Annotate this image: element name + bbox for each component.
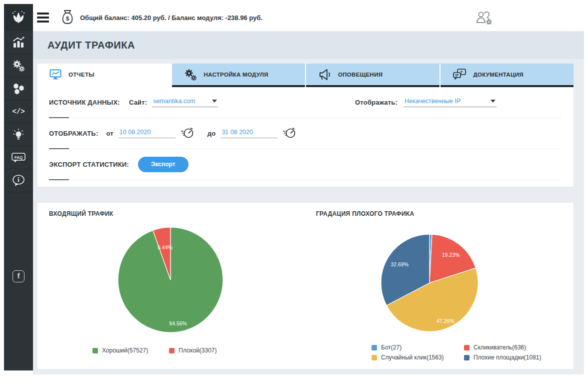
tab-label: ОПОВЕЩЕНИЯ (338, 72, 382, 78)
divider (49, 179, 562, 180)
bad-traffic-gradation-chart: ГРАДАЦИЯ ПЛОХОГО ТРАФИКА 0.82%19.23%47.2… (304, 203, 574, 370)
display-select[interactable]: Некачественные IP (404, 98, 496, 107)
sidebar: </> FAQ (4, 4, 33, 370)
traffic-audit-app: </> FAQ (0, 0, 588, 386)
page-header: АУДИТ ТРАФИКА (33, 31, 584, 59)
legend-item-Случайный клик[interactable]: Случайный клик(1563) (372, 354, 464, 361)
display-label: Отображать: (355, 99, 398, 106)
balance-info: $ Общий баланс: 405.20 руб. / Баланс мод… (60, 9, 262, 26)
legend-item-Бот[interactable]: Бот(27) (372, 344, 464, 351)
legend-swatch (372, 345, 377, 350)
chart-legend: Хороший(57527)Плохой(3307) (92, 347, 217, 354)
lightbulb-icon (12, 128, 25, 141)
legend-item-Хороший[interactable]: Хороший(57527) (92, 347, 148, 354)
legend-label: Хороший(57527) (102, 347, 148, 354)
doc-bubbles-icon: ? (452, 68, 466, 81)
pie-percent-label: 32.69% (390, 261, 408, 267)
chart-legend: Бот(27)Скликиватель(636)Случайный клик(1… (372, 344, 542, 361)
sidebar-item-faq[interactable]: FAQ (4, 146, 33, 169)
svg-text:$: $ (66, 16, 69, 22)
source-label: ИСТОЧНИК ДАННЫХ: (49, 99, 120, 106)
legend-item-Плохие площадки[interactable]: Плохие площадки(1081) (464, 354, 542, 361)
tab-documentation[interactable]: ? ДОКУМЕНТАЦИЯ (440, 64, 574, 87)
gears-icon (12, 59, 25, 72)
timer-icon[interactable] (282, 125, 296, 141)
tab-label: НАСТРОЙКА МОДУЛЯ (204, 72, 268, 78)
monitor-chart-icon (50, 69, 62, 80)
sidebar-item-info[interactable] (4, 169, 33, 192)
chart-title: ГРАДАЦИЯ ПЛОХОГО ТРАФИКА (316, 210, 414, 217)
pie-percent-label: 94.56% (169, 320, 187, 326)
to-label: до (208, 130, 216, 137)
data-source-row: ИСТОЧНИК ДАННЫХ: Сайт: semantika.com Ото… (49, 91, 562, 113)
site-select[interactable]: semantika.com (152, 98, 218, 107)
from-label: от (106, 130, 113, 137)
export-label: ЭКСПОРТ СТАТИСТИКИ: (49, 161, 129, 168)
legend-swatch (464, 345, 470, 350)
sidebar-item-ideas[interactable] (4, 123, 33, 146)
legend-swatch (464, 355, 470, 360)
chart-title: ВХОДЯЩИЙ ТРАФИК (49, 210, 113, 217)
app-logo[interactable] (4, 4, 33, 31)
charts-card: ВХОДЯЩИЙ ТРАФИК 94.56%5.44% Хороший(5752… (37, 202, 574, 369)
hamburger-menu-icon[interactable] (37, 11, 49, 25)
balance-text: Общий баланс: 405.20 руб. / Баланс модул… (80, 14, 262, 22)
page-title: АУДИТ ТРАФИКА (48, 40, 135, 51)
filter-rows: ИСТОЧНИК ДАННЫХ: Сайт: semantika.com Ото… (38, 91, 574, 180)
period-row: ОТОБРАЖАТЬ: от 10 08 2020 до (49, 122, 562, 144)
legend-item-Скликиватель[interactable]: Скликиватель(636) (464, 344, 542, 351)
chevron-down-icon (212, 100, 217, 103)
info-icon (12, 174, 26, 187)
pie-percent-label: 5.44% (158, 244, 172, 250)
incoming-traffic-chart: ВХОДЯЩИЙ ТРАФИК 94.56%5.44% Хороший(5752… (38, 203, 304, 370)
megaphone-icon (318, 69, 331, 81)
pie-percent-label: 19.23% (442, 252, 460, 258)
code-icon: </> (12, 108, 24, 116)
gears-icon (184, 68, 197, 81)
export-button[interactable]: Экспорт (138, 157, 188, 172)
sidebar-item-modules[interactable] (4, 77, 33, 100)
sidebar-item-settings[interactable] (4, 54, 33, 77)
pie-chart: 94.56%5.44% (116, 225, 226, 335)
legend-label: Случайный клик(1563) (381, 354, 444, 361)
sidebar-item-facebook[interactable]: f (4, 266, 33, 286)
legend-label: Скликиватель(636) (474, 344, 526, 351)
money-bag-icon: $ (60, 9, 75, 26)
faq-icon: FAQ (11, 151, 26, 164)
sidebar-item-code[interactable]: </> (4, 100, 33, 123)
pie-percent-label: 47.26% (436, 318, 454, 324)
divider (49, 148, 562, 149)
tab-reports[interactable]: ОТЧЕТЫ (38, 64, 171, 87)
hexagons-icon (12, 82, 25, 95)
logo-icon (10, 9, 27, 26)
filters-card: ОТЧЕТЫ (37, 63, 574, 187)
legend-label: Плохой(3307) (178, 347, 216, 354)
tab-module-settings[interactable]: НАСТРОЙКА МОДУЛЯ (172, 64, 306, 87)
timer-icon[interactable] (180, 125, 194, 141)
legend-swatch (169, 348, 174, 353)
legend-label: Плохие площадки(1081) (474, 354, 542, 361)
tab-label: ОТЧЕТЫ (68, 72, 94, 78)
legend-swatch (92, 348, 98, 353)
date-from-input[interactable]: 10 08 2020 (118, 129, 176, 138)
export-row: ЭКСПОРТ СТАТИСТИКИ: Экспорт (49, 153, 562, 175)
chevron-down-icon (490, 100, 496, 103)
legend-item-Плохой[interactable]: Плохой(3307) (169, 347, 216, 354)
facebook-icon: f (12, 270, 24, 282)
legend-swatch (372, 355, 377, 360)
tab-bar: ОТЧЕТЫ (38, 64, 574, 87)
period-label: ОТОБРАЖАТЬ: (49, 130, 98, 137)
pie-chart: 0.82%19.23%47.26%32.69% (378, 232, 480, 334)
tab-alerts[interactable]: ОПОВЕЩЕНИЯ (306, 64, 440, 87)
user-settings-icon[interactable] (475, 11, 493, 28)
topbar: $ Общий баланс: 405.20 руб. / Баланс мод… (33, 4, 584, 32)
divider (49, 117, 562, 118)
site-label: Сайт: (129, 99, 147, 106)
date-to-input[interactable]: 31 08 2020 (220, 129, 278, 138)
sidebar-item-statistics[interactable] (4, 31, 33, 54)
stats-icon (12, 36, 25, 49)
legend-label: Бот(27) (381, 344, 402, 351)
tab-label: ДОКУМЕНТАЦИЯ (474, 72, 524, 78)
faq-label: FAQ (14, 155, 22, 159)
